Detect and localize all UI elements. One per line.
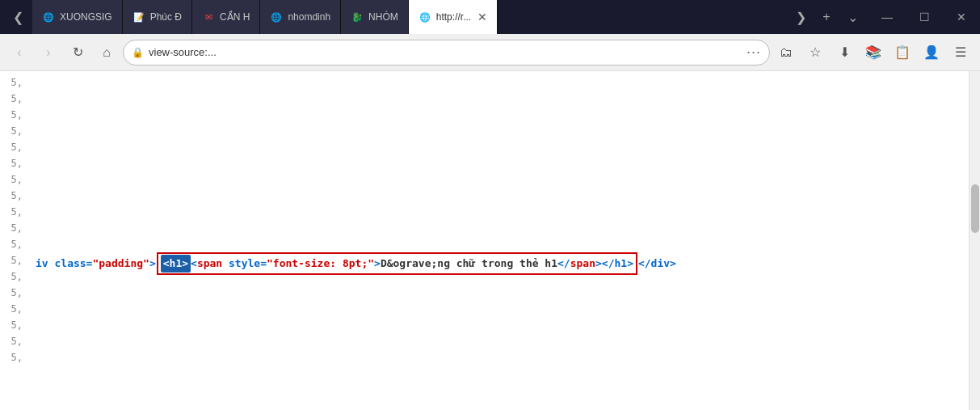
code-line-1 [36,74,974,91]
tab-next-button[interactable]: ❯ [789,6,812,28]
secure-icon: 🔒 [132,47,144,58]
span-close: </span> [557,256,602,272]
back-button[interactable]: ‹ [6,40,32,66]
line-num-4: 5, [11,123,23,139]
tab-nhomdinh[interactable]: 🌐 nhomdinh [260,0,341,34]
tab-can-icon: ✉ [202,11,215,23]
tab-actions: ❯ + ⌄ [784,0,869,34]
code-area[interactable]: iv class="padding"> <h1><span style="fon… [29,71,980,410]
code-line-14 [36,291,974,307]
download-button[interactable]: ⬇ [831,40,857,66]
new-tab-button[interactable]: + [815,6,838,28]
account-button[interactable]: 👤 [919,40,944,66]
scrollbar-vertical[interactable] [969,71,980,410]
code-line-5 [36,139,974,155]
tab-bar: ❮ 🌐 XUONGSIG 📝 Phúc Đ ✉ CẦN H 🌐 nhomdinh… [0,0,980,34]
tab-nhom-icon: 🐉 [351,11,364,23]
tab-can[interactable]: ✉ CẦN H [192,0,260,34]
tab-prev-button[interactable]: ❮ [3,0,32,34]
line-num-2: 5, [11,91,23,107]
code-line-highlighted: iv class="padding"> <h1><span style="fon… [36,252,974,275]
highlight-box: <h1><span style="font-size: 8pt;">D&ogra… [157,252,637,275]
bookmark-button[interactable]: ☆ [802,40,828,66]
code-line-9 [36,204,974,220]
line-num-10: 5, [11,220,23,236]
line-num-11: 5, [11,236,23,252]
span-open: <span style="font-size: 8pt;"> [191,256,381,272]
line-num-1: 5, [11,74,23,91]
library-button[interactable]: 📚 [860,40,886,66]
sync-button[interactable]: 📋 [890,40,915,66]
code-line-15 [36,307,974,323]
h1-close-tag: </h1> [602,256,633,272]
line-num-14: 5, [11,285,23,301]
tab-xuongsig-label: XUONGSIG [60,11,112,23]
tab-http-label: http://r... [436,11,471,23]
code-line-10 [36,220,974,236]
line-num-7: 5, [11,171,23,188]
code-line-6 [36,155,974,171]
line-num-17: 5, [11,333,23,349]
line-num-15: 5, [11,301,23,317]
code-class-value: "padding" [92,256,149,272]
content-area: 5, 5, 5, 5, 5, 5, 5, 5, 5, 5, 5, 5, 5, 5… [0,71,980,410]
tab-http-close[interactable]: ✕ [477,11,487,23]
code-line-13 [36,275,974,291]
toolbar: ‹ › ↻ ⌂ 🔒 ··· 🗂 ☆ ⬇ 📚 📋 👤 ☰ [0,34,980,71]
tab-http[interactable]: 🌐 http://r... ✕ [409,0,498,34]
menu-button[interactable]: ☰ [948,40,974,66]
tab-xuongsig-icon: 🌐 [42,11,55,23]
reload-button[interactable]: ↻ [65,40,90,66]
home-button[interactable]: ⌂ [94,40,120,66]
div-close: </div> [638,256,676,272]
code-div-close-bracket: > [149,256,156,272]
tab-xuongsig[interactable]: 🌐 XUONGSIG [32,0,123,34]
tab-nhomdinh-icon: 🌐 [270,11,283,23]
tab-http-icon: 🌐 [418,11,431,23]
code-div-open: iv class= [36,256,92,272]
line-num-18: 5, [11,349,23,366]
code-line-16 [36,323,974,340]
code-line-2 [36,91,974,107]
line-num-16: 5, [11,317,23,333]
line-num-12: 5, [11,252,23,268]
tab-nhomdinh-label: nhomdinh [288,11,330,23]
window-controls: — ☐ ✕ [869,0,980,34]
line-num-5: 5, [11,139,23,155]
close-button[interactable]: ✕ [943,0,980,34]
code-line-7 [36,171,974,188]
forward-button[interactable]: › [36,40,61,66]
tab-list-button[interactable]: ⌄ [841,6,864,28]
tab-can-label: CẦN H [220,11,250,23]
code-line-8 [36,188,974,204]
code-line-17 [36,340,974,356]
address-more-button[interactable]: ··· [747,44,761,61]
span-text: D&ograve;ng chữ trong thẻ h1 [381,256,557,272]
scrollbar-thumb[interactable] [971,184,979,233]
maximize-button[interactable]: ☐ [906,0,943,34]
tab-phuc-label: Phúc Đ [150,11,182,23]
code-line-11 [36,236,974,252]
tab-nhom[interactable]: 🐉 NHÓM [341,0,409,34]
tab-spacer [498,0,784,34]
line-num-3: 5, [11,107,23,123]
line-num-8: 5, [11,188,23,204]
code-line-3 [36,107,974,123]
line-num-6: 5, [11,155,23,171]
h1-open-tag: <h1> [161,255,191,273]
pocket-button[interactable]: 🗂 [773,40,799,66]
line-num-13: 5, [11,268,23,285]
address-input[interactable] [149,46,742,58]
tab-phuc-icon: 📝 [132,11,145,23]
line-numbers: 5, 5, 5, 5, 5, 5, 5, 5, 5, 5, 5, 5, 5, 5… [0,71,29,410]
address-bar[interactable]: 🔒 ··· [123,40,770,66]
tab-nhom-label: NHÓM [368,11,398,23]
toolbar-right: 🗂 ☆ ⬇ 📚 📋 👤 ☰ [773,40,974,66]
code-line-18 [36,356,974,372]
tab-phuc[interactable]: 📝 Phúc Đ [123,0,192,34]
minimize-button[interactable]: — [869,0,906,34]
code-line-4 [36,123,974,139]
line-num-9: 5, [11,204,23,220]
